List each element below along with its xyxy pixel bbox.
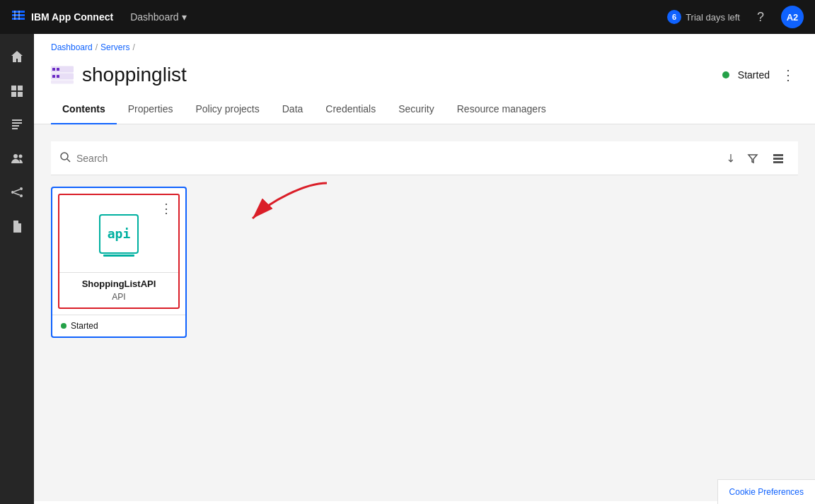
- trial-days-count: 6: [667, 10, 681, 24]
- api-icon-label: api: [108, 226, 131, 241]
- svg-rect-11: [12, 125, 19, 127]
- page-title-group: shoppinglist: [51, 64, 187, 86]
- svg-rect-4: [18, 11, 20, 20]
- api-card-name: ShoppingListAPI: [59, 273, 178, 292]
- svg-rect-5: [11, 86, 16, 90]
- tab-credentials[interactable]: Credentials: [314, 95, 387, 124]
- svg-rect-22: [57, 68, 59, 71]
- api-icon-underline: [103, 254, 134, 257]
- sidebar-item-connections[interactable]: [0, 175, 34, 209]
- svg-line-18: [14, 189, 20, 192]
- help-icon[interactable]: ?: [757, 10, 764, 25]
- card-overflow-menu[interactable]: ⋮: [160, 201, 173, 216]
- breadcrumb-sep-1: /: [96, 42, 98, 52]
- sidebar-item-users[interactable]: [0, 141, 34, 175]
- api-card-inner: ⋮ api ShoppingListAPI API: [58, 194, 180, 309]
- brand-name: IBM App Connect: [31, 11, 113, 23]
- svg-rect-30: [773, 158, 783, 160]
- chevron-down-icon: ▾: [182, 11, 187, 23]
- tab-contents[interactable]: Contents: [51, 95, 117, 124]
- svg-point-17: [20, 194, 23, 197]
- sort-button[interactable]: [716, 147, 739, 170]
- server-icon: [51, 64, 74, 86]
- svg-rect-31: [773, 161, 783, 163]
- api-card-top: ⋮ api: [59, 195, 178, 273]
- trial-badge: 6 Trial days left: [667, 10, 740, 24]
- svg-rect-10: [12, 122, 22, 124]
- svg-rect-6: [18, 86, 23, 90]
- svg-rect-26: [51, 81, 74, 83]
- svg-line-19: [14, 193, 20, 195]
- sidebar-item-documents[interactable]: [0, 209, 34, 243]
- main-content: Dashboard / Servers / shoppinglist: [34, 34, 815, 504]
- search-actions: [716, 147, 790, 170]
- top-navigation: IBM App Connect Dashboard ▾ 6 Trial days…: [0, 0, 815, 34]
- cookie-preferences-button[interactable]: Cookie Preferences: [717, 479, 815, 504]
- api-card-bottom: Started: [52, 315, 185, 336]
- svg-line-28: [67, 159, 70, 162]
- content-area: ⋮ api ShoppingListAPI API Started: [34, 124, 815, 501]
- breadcrumb-sep-2: /: [132, 42, 134, 52]
- breadcrumb-dashboard[interactable]: Dashboard: [51, 42, 93, 52]
- card-status-label: Started: [71, 321, 98, 331]
- dashboard-menu[interactable]: Dashboard ▾: [130, 11, 187, 23]
- api-card-shoppinglistapi[interactable]: ⋮ api ShoppingListAPI API Started: [51, 187, 187, 338]
- status-group: Started ⋮: [722, 64, 798, 86]
- svg-point-14: [19, 155, 23, 158]
- svg-rect-8: [18, 92, 23, 97]
- api-icon: api: [99, 214, 139, 254]
- search-bar: [51, 141, 798, 175]
- tab-properties[interactable]: Properties: [117, 95, 185, 124]
- svg-rect-24: [52, 75, 55, 78]
- api-card-type: API: [59, 292, 178, 307]
- trial-days-label: Trial days left: [686, 12, 740, 23]
- breadcrumb: Dashboard / Servers /: [34, 34, 815, 58]
- search-input[interactable]: [76, 153, 710, 164]
- view-toggle-button[interactable]: [767, 147, 790, 170]
- status-label: Started: [738, 69, 770, 81]
- card-status-dot: [61, 323, 67, 329]
- search-icon: [59, 151, 71, 165]
- avatar[interactable]: A2: [781, 6, 804, 28]
- tab-resource-managers[interactable]: Resource managers: [446, 95, 557, 124]
- overflow-menu-button[interactable]: ⋮: [778, 64, 798, 86]
- svg-rect-25: [57, 75, 59, 78]
- sidebar-item-home[interactable]: [0, 40, 34, 74]
- svg-rect-9: [12, 119, 22, 121]
- arrow-annotation: [249, 180, 334, 236]
- sidebar-item-tasks[interactable]: [0, 107, 34, 141]
- tab-policy-projects[interactable]: Policy projects: [184, 95, 270, 124]
- sidebar: [0, 34, 34, 504]
- svg-rect-21: [52, 68, 55, 71]
- tab-security[interactable]: Security: [387, 95, 446, 124]
- sidebar-item-catalog[interactable]: [0, 74, 34, 107]
- svg-rect-3: [14, 11, 16, 20]
- svg-rect-7: [11, 92, 16, 97]
- brand-icon: [11, 8, 25, 25]
- page-header: shoppinglist Started ⋮: [34, 58, 815, 86]
- svg-point-13: [13, 154, 18, 158]
- tab-data[interactable]: Data: [271, 95, 315, 124]
- dashboard-label: Dashboard: [130, 11, 179, 23]
- svg-point-16: [20, 187, 23, 190]
- page-title: shoppinglist: [82, 64, 187, 86]
- cards-container: ⋮ api ShoppingListAPI API Started: [51, 187, 798, 338]
- breadcrumb-servers[interactable]: Servers: [100, 42, 129, 52]
- filter-button[interactable]: [741, 147, 764, 170]
- status-dot: [722, 71, 729, 78]
- svg-rect-29: [773, 154, 783, 156]
- svg-rect-12: [12, 128, 18, 129]
- brand-logo: IBM App Connect: [11, 8, 113, 25]
- tabs: Contents Properties Policy projects Data…: [34, 95, 815, 124]
- svg-point-15: [11, 191, 14, 194]
- svg-point-27: [61, 153, 68, 160]
